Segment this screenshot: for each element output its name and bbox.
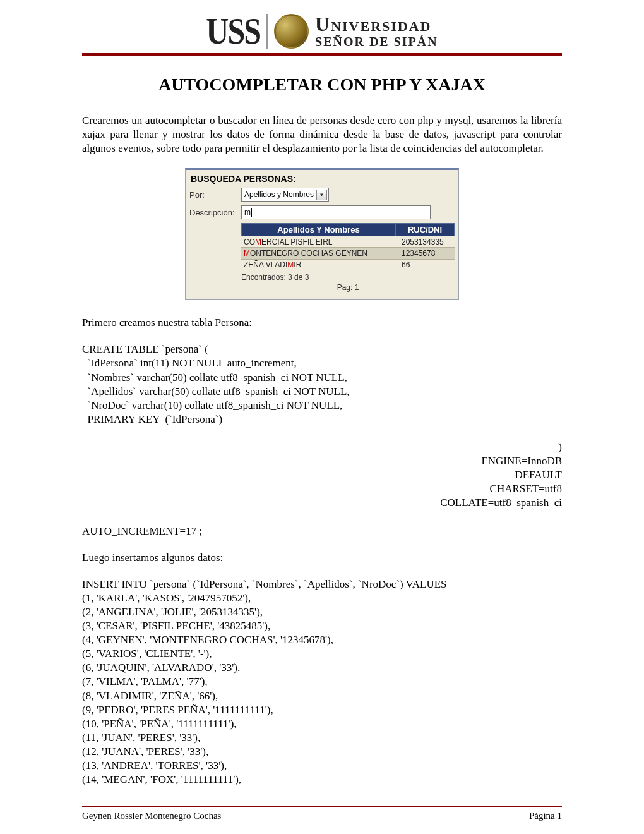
page-header: USS Universidad SEÑOR DE SIPÁN: [82, 13, 562, 56]
results-list: Apellidos Y Nombres RUC/DNI COMERCIAL PI…: [241, 223, 455, 292]
text-insert: Luego insertamos algunos datos:: [82, 551, 562, 565]
result-row[interactable]: COMERCIAL PISFIL EIRL2053134335: [241, 236, 455, 248]
sql-create-engine-line: ) ENGINE=InnoDB DEFAULT CHARSET=utf8 COL…: [82, 426, 562, 524]
result-doc: 12345678: [399, 248, 455, 259]
result-row[interactable]: MONTENEGRO COCHAS GEYNEN12345678: [241, 248, 455, 259]
description-value: m: [244, 208, 251, 217]
search-by-select[interactable]: Apellidos y Nombres ▼: [241, 188, 329, 202]
por-label: Por:: [189, 190, 241, 200]
footer-author: Geynen Rossler Montenegro Cochas: [82, 811, 221, 821]
sql-create: CREATE TABLE `persona` ( `IdPersona` int…: [82, 342, 562, 538]
pagination-label: Pag: 1: [241, 283, 455, 292]
result-name: MONTENEGRO COCHAS GEYNEN: [241, 248, 399, 259]
panel-heading: BUSQUEDA PERSONAS:: [191, 174, 455, 184]
chevron-down-icon[interactable]: ▼: [316, 190, 327, 200]
sql-insert: INSERT INTO `persona` (`IdPersona`, `Nom…: [82, 577, 562, 787]
intro-paragraph: Crearemos un autocompletar o buscador en…: [82, 114, 562, 155]
desc-label: Descripción:: [189, 208, 241, 217]
sql-create-top: CREATE TABLE `persona` ( `IdPersona` int…: [82, 342, 562, 426]
university-bottom: SEÑOR DE SIPÁN: [315, 35, 438, 48]
page-title: AUTOCOMPLETAR CON PHP Y XAJAX: [82, 75, 562, 95]
search-panel: BUSQUEDA PERSONAS: Por: Apellidos y Nomb…: [185, 168, 459, 300]
sql-create-last: AUTO_INCREMENT=17 ;: [82, 524, 562, 538]
result-name: COMERCIAL PISFIL EIRL: [241, 236, 399, 248]
col-doc: RUC/DNI: [396, 224, 454, 236]
university-name: Universidad SEÑOR DE SIPÁN: [315, 14, 438, 48]
col-nombres: Apellidos Y Nombres: [242, 224, 396, 236]
found-count: Encontrados: 3 de 3: [241, 273, 455, 282]
text-create-table: Primero creamos nuestra tabla Persona:: [82, 316, 562, 330]
logo-uss: USS: [206, 9, 260, 53]
university-top: Universidad: [315, 14, 438, 34]
result-name: ZEÑA VLADIMIR: [241, 259, 399, 270]
result-doc: 2053134335: [399, 236, 455, 248]
divider-icon: [266, 14, 268, 49]
result-row[interactable]: ZEÑA VLADIMIR66: [241, 259, 455, 270]
description-input[interactable]: m: [241, 205, 431, 219]
result-doc: 66: [399, 259, 455, 270]
search-by-value: Apellidos y Nombres: [244, 190, 314, 199]
seal-icon: [274, 14, 309, 49]
footer-page: Página 1: [529, 811, 562, 821]
page-footer: Geynen Rossler Montenegro Cochas Página …: [82, 806, 562, 821]
text-cursor-icon: [251, 208, 252, 217]
